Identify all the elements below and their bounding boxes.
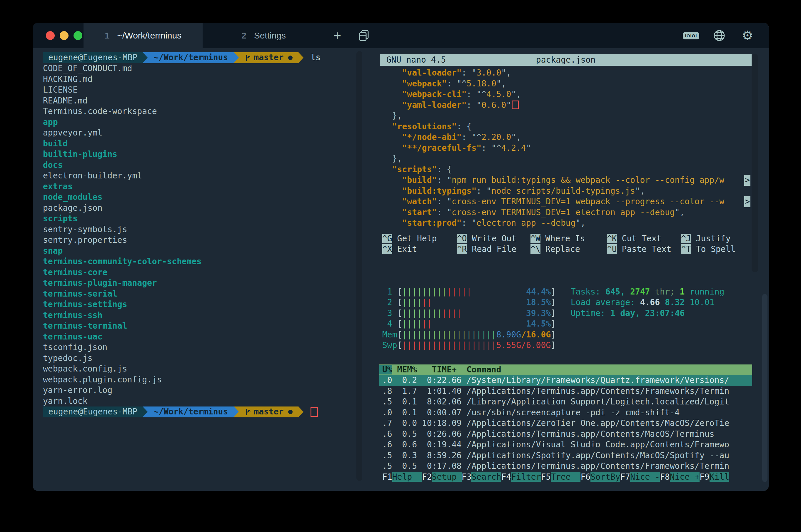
minimize-window-button[interactable]: [60, 31, 69, 40]
sort-column-header[interactable]: U%: [379, 365, 392, 375]
ls-output: CODE_OF_CONDUCT.mdHACKING.mdLICENSEREADM…: [43, 63, 378, 406]
process-row[interactable]: .8 1.7 1:01.40 /Applications/Terminus.ap…: [379, 386, 752, 397]
listing-item-dir: terminus-community-color-schemes: [43, 256, 378, 267]
typed-command: ls: [311, 52, 320, 63]
listing-item-dir: extras: [43, 182, 378, 192]
nano-editor-content: "val-loader": "3.0.0", "webpack": "^5.18…: [379, 68, 759, 229]
listing-item-dir: terminus-terminal: [43, 321, 378, 331]
nano-shortcut: ^W Where Is: [530, 233, 607, 244]
terminus-window: 1 ~/Work/terminus 2 Settings + IOIOI: [33, 23, 769, 491]
branch-name: master: [254, 406, 283, 417]
git-branch-icon: [245, 54, 251, 62]
listing-item-dir: docs: [43, 160, 378, 171]
powerline-arrow: [143, 52, 148, 63]
nano-line: "scripts": {: [382, 164, 759, 175]
nano-line: "*/node-abi": "^2.20.0",: [382, 132, 759, 143]
process-row[interactable]: .6 0.5 0:26.06 /Applications/Terminus.ap…: [379, 429, 752, 440]
process-row[interactable]: .5 0.3 8:59.26 /Applications/Spotify.app…: [379, 450, 752, 461]
listing-item-file: package.json: [43, 203, 378, 214]
terminal-pane-left[interactable]: eugene@Eugenes-MBP ~/Work/terminus maste…: [43, 52, 378, 417]
process-row[interactable]: .0 0.2 0:22.66 /System/Library/Framework…: [379, 375, 752, 386]
tab-work-terminus[interactable]: 1 ~/Work/terminus: [83, 23, 203, 48]
nano-shortcut: ^O Write Out: [457, 233, 530, 244]
fkey-item[interactable]: F7Nice -: [620, 472, 660, 482]
terminal-cursor: [311, 407, 318, 417]
nano-shortcut: ^R Read File: [457, 244, 530, 255]
tab-settings[interactable]: 2 Settings: [203, 23, 324, 48]
tabbar-spacer: [378, 23, 677, 48]
htop-meter: 3 [|||||||||||| 39.3%] Uptime: 1 day, 23…: [382, 308, 759, 319]
htop-meter: 1 [|||||||||||||| 44.4%] Tasks: 645, 274…: [382, 287, 759, 298]
nano-shortcut: ^U Paste Text: [607, 244, 681, 255]
nano-line: "val-loader": "3.0.0",: [382, 68, 759, 78]
powerline-arrow: [298, 52, 303, 63]
git-branch-icon: [245, 408, 251, 417]
maximize-window-button[interactable]: [74, 31, 82, 40]
process-row[interactable]: .6 0.6 0:19.44 /Applications/Visual Stud…: [379, 439, 752, 450]
listing-item-dir: build: [43, 138, 378, 149]
branch-dirty-dot: [288, 410, 293, 414]
listing-item-file: HACKING.md: [43, 74, 378, 85]
nano-line: "build": "npm run build:typings && webpa…: [382, 175, 759, 186]
split-pane-icon[interactable]: [350, 23, 378, 48]
listing-item-dir: terminus-ssh: [43, 310, 378, 321]
nano-pane-scrollbar[interactable]: [751, 54, 758, 272]
powerline-arrow: [298, 406, 303, 417]
prompt-user-host: eugene@Eugenes-MBP: [43, 406, 143, 417]
prompt-git-branch: master: [239, 52, 298, 63]
process-row[interactable]: .0 0.1 0:00.07 /usr/sbin/screencapture -…: [379, 407, 752, 418]
powerline-arrow: [234, 52, 239, 63]
fkey-item[interactable]: F8Nice +: [660, 472, 700, 482]
prompt-path: ~/Work/terminus: [148, 406, 234, 417]
prompt-user-host: eugene@Eugenes-MBP: [43, 52, 143, 63]
nano-line: "yaml-loader": "0.6.0": [382, 100, 759, 111]
listing-item-dir: node_modules: [43, 192, 378, 203]
nano-shortcut: ^X Exit: [382, 244, 457, 255]
process-row[interactable]: .5 0.5 0:17.08 /Applications/Terminus.ap…: [379, 461, 752, 472]
nano-titlebar: GNU nano 4.5 package.json: [380, 54, 751, 66]
serial-badge-label: IOIOI: [683, 32, 700, 39]
shell-prompt: eugene@Eugenes-MBP ~/Work/terminus maste…: [43, 52, 378, 63]
htop-function-key-bar: F1Help F2Setup F3SearchF4FilterF5Tree F6…: [379, 472, 759, 482]
nano-shortcut: ^G Get Help: [382, 233, 457, 244]
fkey-item[interactable]: F3Search: [462, 472, 501, 482]
nano-line: "webpack": "^5.18.0",: [382, 78, 759, 89]
htop-pane-scrollbar[interactable]: [762, 294, 767, 482]
tab-index: 2: [241, 31, 246, 41]
left-pane-scrollbar[interactable]: [356, 51, 362, 481]
nano-line: },: [382, 111, 759, 121]
new-tab-button[interactable]: +: [324, 23, 350, 48]
nano-line: "**/graceful-fs": "^4.2.4": [382, 143, 759, 154]
tab-title: Settings: [254, 31, 286, 41]
listing-item-file: electron-builder.yml: [43, 170, 378, 182]
terminal-pane-right[interactable]: GNU nano 4.5 package.json "val-loader": …: [379, 48, 759, 482]
globe-icon[interactable]: [705, 23, 733, 48]
fkey-item[interactable]: F1Help: [382, 472, 422, 482]
listing-item-file: tsconfig.json: [43, 342, 378, 353]
serial-port-icon[interactable]: IOIOI: [677, 23, 705, 48]
htop-meter: Swp[|||||||||||||||||||5.55G/6.00G]: [382, 340, 759, 351]
listing-item-dir: terminus-plugin-manager: [43, 278, 378, 289]
listing-item-file: typedoc.js: [43, 353, 378, 364]
listing-item-file: appveyor.yml: [43, 128, 378, 138]
tab-bar: 1 ~/Work/terminus 2 Settings + IOIOI: [33, 23, 769, 48]
htop-process-table: U% MEM% TIME+ Command .0 0.2 0:22.66 /Sy…: [379, 364, 759, 482]
listing-item-file: Terminus.code-workspace: [43, 106, 378, 117]
gear-icon[interactable]: ⚙: [733, 23, 762, 48]
process-row[interactable]: .5 0.1 8:02.06 /Library/Application Supp…: [379, 397, 752, 407]
fkey-item[interactable]: F2Setup: [422, 472, 462, 482]
fkey-item[interactable]: F4Filter: [501, 472, 541, 482]
htop-meter: Mem[|||||||||||||||||||8.90G/16.0G]: [382, 329, 759, 340]
listing-item-file: README.md: [43, 96, 378, 107]
nano-shortcut: ^J Justify: [681, 233, 731, 244]
nano-shortcut: ^K Cut Text: [607, 233, 681, 244]
fkey-item[interactable]: F5Tree: [541, 472, 581, 482]
process-table-header[interactable]: U% MEM% TIME+ Command: [379, 364, 752, 375]
nano-line: },: [382, 153, 759, 164]
process-row[interactable]: .7 0.0 10:18.09 /Applications/ZeroTier O…: [379, 418, 752, 429]
fkey-item[interactable]: F6SortBy: [580, 472, 620, 482]
nano-line: "start": "cross-env TERMINUS_DEV=1 elect…: [382, 207, 759, 218]
close-window-button[interactable]: [46, 31, 55, 40]
listing-item-dir: terminus-settings: [43, 299, 378, 310]
fkey-item[interactable]: F9Kill: [700, 472, 729, 482]
